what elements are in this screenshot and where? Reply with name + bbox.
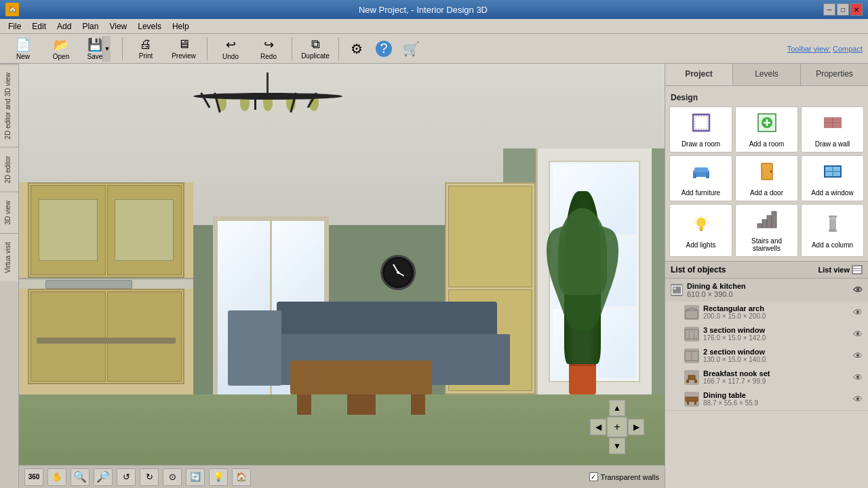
zoom-in-button[interactable]: 🔎 [94,468,113,486]
pan-button[interactable]: ✋ [47,468,66,486]
svg-point-18 [770,170,772,172]
add-door-button[interactable]: Add a door [735,155,798,201]
svg-rect-37 [829,230,837,232]
pan-icon: ✋ [52,472,62,482]
shop-button[interactable]: 🛒 [399,36,423,62]
add-window-button[interactable]: Add a window [801,155,864,201]
new-button[interactable]: 📄 New [5,36,41,62]
nav-up-button[interactable]: ▲ [609,400,625,416]
print-button[interactable]: 🖨 Print [128,36,163,62]
add-column-button[interactable]: Add a column [801,204,864,257]
add-lights-button[interactable]: Add lights [669,204,732,257]
rotate-right-button[interactable]: ↻ [140,468,159,486]
add-furniture-button[interactable]: Add furniture [669,155,732,201]
tab-virtual-visit[interactable]: Virtua visit [0,233,18,281]
list-item-2section-window[interactable]: 2 section window 130.0 × 15.0 × 140.0 👁 [665,345,868,367]
close-button[interactable]: ✕ [850,3,863,16]
item-info-2window: 2 section window 130.0 × 15.0 × 140.0 [703,348,849,363]
item-info-3window: 3 section window 176.0 × 15.0 × 142.0 [703,326,849,342]
compact-link[interactable]: Compact [833,45,863,53]
svg-rect-49 [694,380,697,383]
home-button[interactable]: 🏠 [232,468,251,486]
rotate-right-icon: ↻ [146,472,153,482]
view-360-button[interactable]: 360 [24,468,43,486]
stairs-button[interactable]: Stairs and stairwells [735,204,798,257]
list-header: List of objects List view [665,262,868,279]
list-item-3section-window[interactable]: 3 section window 176.0 × 15.0 × 142.0 👁 [665,323,868,345]
reset-button[interactable]: 🔄 [186,468,205,486]
menu-help[interactable]: Help [167,20,195,33]
list-item-dining-table[interactable]: Dining table 88.7 × 55.6 × 55.9 👁 [665,388,868,410]
draw-wall-label: Draw a wall [815,140,850,148]
nav-left-button[interactable]: ◀ [590,419,606,435]
help-button[interactable]: ? [372,36,396,62]
nav-down-button[interactable]: ▼ [609,438,625,454]
redo-label: Redo [260,53,277,60]
add-room-button[interactable]: Add a room [735,106,798,152]
draw-room-button[interactable]: Draw a room [669,106,732,152]
item-eye-dining-table[interactable]: 👁 [853,394,863,405]
app-icon: 🏠 [5,3,19,16]
menu-view[interactable]: View [104,20,132,33]
item-name-3window: 3 section window [703,326,849,334]
svg-rect-3 [695,117,707,129]
item-eye-2window[interactable]: 👁 [853,350,863,361]
toolbar: 📄 New 📂 Open 💾 Save ▼ 🖨 Print 🖥 Preview … [0,34,868,64]
save-dropdown[interactable]: ▼ [102,36,111,62]
lights-button[interactable]: 💡 [209,468,228,486]
settings-button[interactable]: ⚙ [344,36,369,62]
svg-rect-32 [762,220,767,228]
tab-3d-view[interactable]: 3D view [0,192,18,233]
minimize-button[interactable]: ─ [823,3,835,16]
group-header-dining[interactable]: Dining & kitchen 610.0 × 390.0 👁 [665,279,868,302]
rotate-left-button[interactable]: ↺ [117,468,136,486]
zoom-in-icon: 🔎 [96,470,110,483]
tab-levels[interactable]: Levels [733,64,801,85]
save-button[interactable]: 💾 Save ▼ [81,36,117,62]
toolbar-separator-3 [292,37,292,60]
menu-file[interactable]: File [3,20,26,33]
object-list[interactable]: Dining & kitchen 610.0 × 390.0 👁 Rectang… [665,279,868,488]
group-icon-dining [671,284,683,296]
menu-edit[interactable]: Edit [26,20,52,33]
item-eye-arch[interactable]: 👁 [853,307,863,318]
nav-right-button[interactable]: ▶ [628,419,644,435]
menu-add[interactable]: Add [52,20,77,33]
tab-2d-3d-view[interactable]: 2D editor and 3D view [0,64,18,147]
add-door-label: Add a door [750,189,783,197]
open-button[interactable]: 📂 Open [43,36,79,62]
right-panel: Project Levels Properties Design Draw a … [665,64,868,488]
undo-button[interactable]: ↩ Undo [213,36,248,62]
svg-rect-50 [686,397,698,401]
svg-rect-51 [687,401,689,405]
zoom-out-button[interactable]: 🔍 [71,468,90,486]
tab-2d-editor[interactable]: 2D editor [0,147,18,192]
restore-button[interactable]: □ [837,3,849,16]
redo-button[interactable]: ↪ Redo [251,36,286,62]
toolbar-separator-2 [207,37,208,60]
preview-button[interactable]: 🖥 Preview [166,36,201,62]
menubar: File Edit Add Plan View Levels Help [0,19,868,34]
menu-plan[interactable]: Plan [77,20,104,33]
plant [552,191,613,394]
duplicate-button[interactable]: ⧉ Duplicate [298,36,333,62]
list-view-button[interactable]: List view [818,265,863,274]
item-name-dining-table: Dining table [703,391,849,399]
object-group-dining-kitchen: Dining & kitchen 610.0 × 390.0 👁 Rectang… [665,279,868,411]
transparent-walls-checkbox[interactable]: ✓ [589,472,598,481]
print-label: Print [139,52,153,60]
item-eye-breakfast[interactable]: 👁 [853,372,863,383]
group-eye-dining[interactable]: 👁 [853,285,863,296]
menu-levels[interactable]: Levels [132,20,167,33]
tab-project[interactable]: Project [665,64,733,85]
viewport[interactable]: ▲ ▼ ◀ ▶ + 360 ✋ 🔍 🔎 ↺ [19,64,665,488]
tab-properties[interactable]: Properties [801,64,868,85]
orbit-button[interactable]: ⊙ [163,468,182,486]
lights-icon: 💡 [213,472,224,482]
list-item-rectangular-arch[interactable]: Rectangular arch 200.0 × 15.0 × 200.0 👁 [665,302,868,323]
list-item-breakfast-nook[interactable]: Breakfast nook set 166.7 × 117.7 × 99.9 … [665,367,868,388]
item-dims-dining-table: 88.7 × 55.6 × 55.9 [703,399,849,407]
item-eye-3window[interactable]: 👁 [853,329,863,340]
draw-wall-button[interactable]: Draw a wall [801,106,864,152]
toolbar-separator-4 [338,37,339,60]
